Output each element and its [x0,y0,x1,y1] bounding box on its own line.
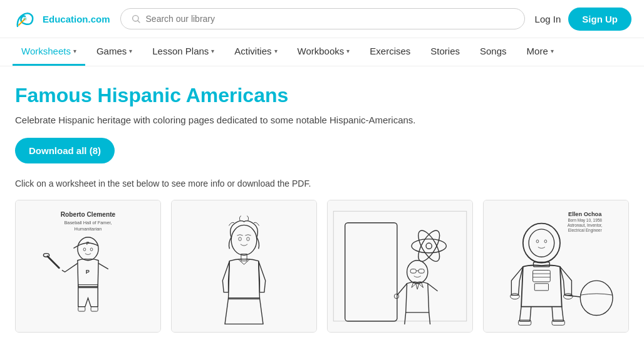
svg-rect-11 [78,307,85,311]
svg-point-14 [231,225,257,255]
search-icon [131,14,141,24]
signup-button[interactable]: Sign Up [568,8,631,31]
nav-item-exercises[interactable]: Exercises [361,38,419,66]
chevron-down-icon: ▾ [73,48,76,54]
svg-text:Roberto Clemente: Roberto Clemente [61,211,116,218]
chevron-down-icon: ▾ [551,48,554,54]
main-nav: Worksheets ▾ Games ▾ Lesson Plans ▾ Acti… [0,38,644,66]
svg-point-25 [407,261,428,284]
svg-point-15 [239,237,242,241]
page-title: Famous Hispanic Americans [15,84,629,107]
search-input[interactable] [146,14,514,24]
svg-point-47 [580,281,613,315]
main-content: Famous Hispanic Americans Celebrate Hisp… [0,66,644,345]
search-bar [120,8,525,29]
svg-text:Electrical Engineer: Electrical Engineer [568,228,603,233]
svg-point-21 [412,239,446,253]
nav-item-activities[interactable]: Activities ▾ [226,38,286,66]
svg-text:P: P [86,240,90,246]
worksheet-card[interactable]: Ellen Ochoa Born May 10, 1958 Astronaut,… [483,200,629,333]
svg-point-35 [529,229,554,257]
page-subtitle: Celebrate Hispanic heritage with colorin… [15,115,629,125]
nav-item-worksheets[interactable]: Worksheets ▾ [13,38,85,66]
chevron-down-icon: ▾ [129,48,132,54]
worksheet-card[interactable] [327,200,473,333]
nav-item-more[interactable]: More ▾ [518,38,563,66]
nav-item-stories[interactable]: Stories [422,38,469,66]
header: Education.com Log In Sign Up [0,0,644,38]
chevron-down-icon: ▾ [346,48,350,54]
chevron-down-icon: ▾ [211,48,214,54]
nav-item-games[interactable]: Games ▾ [88,38,141,66]
download-all-button[interactable]: Download all (8) [15,138,115,163]
svg-point-16 [247,237,250,241]
svg-rect-20 [345,223,397,321]
svg-point-0 [23,17,27,21]
auth-buttons: Log In Sign Up [535,8,631,31]
nav-item-lesson-plans[interactable]: Lesson Plans ▾ [143,38,223,66]
worksheet-image [172,200,316,332]
svg-point-8 [90,248,93,251]
svg-point-7 [83,248,86,251]
svg-point-29 [394,294,398,298]
worksheet-card[interactable] [171,200,317,333]
worksheet-card[interactable]: Roberto Clemente Baseball Hall of Famer,… [15,200,161,333]
nav-item-songs[interactable]: Songs [471,38,516,66]
svg-text:Astronaut, Inventor,: Astronaut, Inventor, [568,223,603,227]
svg-point-13 [43,254,49,257]
worksheet-grid: Roberto Clemente Baseball Hall of Famer,… [15,200,629,333]
logo[interactable]: Education.com [13,6,110,31]
svg-text:Baseball Hall of Famer,: Baseball Hall of Famer, [64,220,112,225]
chevron-down-icon: ▾ [274,48,278,54]
logo-text: Education.com [43,14,110,24]
svg-text:Born May 10, 1958: Born May 10, 1958 [568,218,602,223]
svg-rect-19 [333,211,467,321]
svg-point-36 [536,240,539,243]
svg-text:P: P [86,269,90,275]
svg-text:Humanitarian: Humanitarian [75,226,102,232]
svg-rect-27 [418,269,424,273]
svg-point-43 [511,293,520,299]
svg-point-24 [426,243,432,249]
nav-item-workbooks[interactable]: Workbooks ▾ [289,38,359,66]
svg-rect-12 [91,307,98,311]
worksheet-image [328,200,472,332]
svg-text:Ellen Ochoa: Ellen Ochoa [568,211,602,217]
svg-rect-42 [534,284,548,291]
login-button[interactable]: Log In [535,14,561,24]
worksheet-image: Roberto Clemente Baseball Hall of Famer,… [16,200,160,332]
svg-point-37 [544,240,547,243]
worksheet-image: Ellen Ochoa Born May 10, 1958 Astronaut,… [484,200,628,332]
click-info-text: Click on a worksheet in the set below to… [15,178,629,189]
svg-rect-39 [533,270,551,281]
logo-icon [13,6,38,31]
svg-rect-26 [410,269,416,273]
